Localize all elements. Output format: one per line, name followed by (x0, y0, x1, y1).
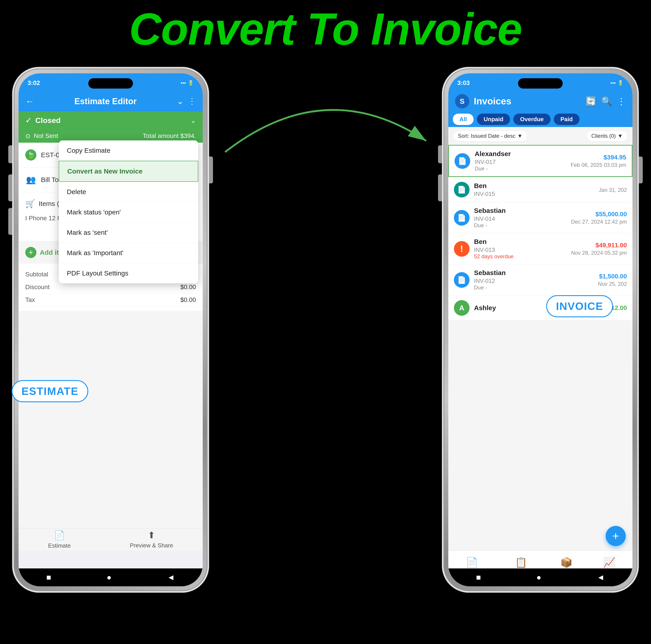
inv-number-015: INV-015 (474, 191, 594, 198)
volume-down-button-right (438, 174, 442, 201)
phone-frame-right: 3:03 ▪▪▪ 🔋 S Invoices 🔄 🔍 ⋮ All Unpaid O… (442, 67, 639, 592)
sync-button[interactable]: 🔄 (586, 96, 597, 107)
filter-unpaid[interactable]: Unpaid (477, 114, 510, 125)
bill-to-label: Bill To (41, 176, 59, 183)
menu-item-delete[interactable]: Delete (59, 182, 198, 202)
more-menu-button[interactable]: ⋮ (617, 96, 626, 107)
invoice-item-inv013[interactable]: ! Ben INV-013 52 days overdue $49,911.00… (448, 233, 632, 264)
leaf-icon: 🍃 (25, 149, 36, 160)
sort-button[interactable]: Sort: Issued Date - desc ▼ (453, 130, 528, 142)
inv-date-013: Nov 28, 2024 05.32 pm (571, 250, 627, 256)
filter-tabs: All Unpaid Overdue Paid (448, 111, 632, 127)
tax-value: $0.00 (180, 296, 196, 303)
status-icons-right: ▪▪▪ 🔋 (611, 80, 623, 86)
invoice-item-inv015[interactable]: 📄 Ben INV-015 Jan 31, 202 (448, 177, 632, 202)
preview-share-label: Preview & Share (130, 542, 173, 549)
discount-label: Discount (25, 284, 50, 291)
inv-number-014: INV-014 (474, 215, 566, 222)
inv-amount-017: $394.95 (571, 154, 626, 161)
inv-avatar-ben013: ! (454, 241, 469, 257)
inv-info-ben013: Ben INV-013 52 days overdue (474, 238, 566, 260)
invoice-item-inv012[interactable]: 📄 Sebastian INV-012 Due - $1,500.00 Nov … (448, 265, 632, 295)
status-icons-left: ▪▪▪ 🔋 (181, 80, 194, 86)
ellipsis-icon[interactable]: ⋮ (188, 96, 196, 106)
preview-share-btn[interactable]: ⬆ Preview & Share (130, 530, 173, 549)
inv-avatar-ashley: A (454, 300, 469, 316)
invoice-item-inv014[interactable]: 📄 Sebastian INV-014 Due - $55,000.00 Dec… (448, 202, 632, 233)
inv-name-sebastian012: Sebastian (474, 269, 594, 276)
discount-value: $0.00 (180, 284, 196, 291)
menu-item-mark-sent[interactable]: Mark as 'sent' (59, 223, 198, 243)
inv-date-014: Dec 27, 2024 12.42 pm (571, 219, 627, 225)
status-chevron-icon: ⌄ (190, 117, 196, 124)
filter-overdue[interactable]: Overdue (513, 114, 551, 125)
more-tab-icon: 📦 (560, 557, 572, 568)
invoice-label: INVOICE (546, 295, 613, 317)
inv-info-sebastian012: Sebastian INV-012 Due - (474, 269, 594, 291)
inv-avatar-sebastian012: 📄 (454, 272, 469, 288)
menu-item-mark-important[interactable]: Mark as 'Important' (59, 243, 198, 263)
context-menu[interactable]: Copy Estimate Convert as New Invoice Del… (59, 140, 198, 283)
circle-nav-icon[interactable]: ● (106, 573, 112, 582)
inv-status-017: Due - (475, 166, 566, 172)
tax-label: Tax (25, 296, 35, 303)
share-icon: ⬆ (148, 530, 155, 540)
check-icon: ✓ (25, 116, 32, 125)
square-nav-icon-right[interactable]: ■ (476, 573, 481, 582)
menu-item-copy-estimate[interactable]: Copy Estimate (59, 140, 198, 161)
square-nav-icon[interactable]: ■ (46, 573, 51, 582)
inv-number-012: INV-012 (474, 277, 594, 285)
time-right: 3:03 (457, 79, 470, 87)
header-title-left: Estimate Editor (39, 96, 172, 106)
clients-chevron-icon: ▼ (618, 133, 623, 139)
nav-bar-left: ■ ● ◄ (19, 568, 203, 586)
time-left: 3:02 (28, 79, 40, 87)
back-button[interactable]: ← (25, 96, 34, 107)
dynamic-island-left (88, 78, 133, 89)
invoices-header: S Invoices 🔄 🔍 ⋮ (448, 91, 632, 111)
back-nav-icon-right[interactable]: ◄ (597, 573, 605, 582)
document-icon-014: 📄 (457, 213, 466, 222)
total-amount-text: Total amount $394. (143, 133, 196, 140)
inv-amount-013: $49,911.00 (571, 242, 627, 249)
document-icon-015: 📄 (457, 185, 466, 194)
closed-status-bar: ✓ Closed ⌄ (19, 111, 203, 129)
back-nav-icon[interactable]: ◄ (167, 573, 175, 582)
inv-date-012: Nov 25, 202 (598, 281, 627, 287)
clients-filter-button[interactable]: Clients (0) ▼ (586, 130, 628, 142)
inv-info-alexandser: Alexandser INV-017 Due - (475, 150, 566, 172)
fab-add-button[interactable]: + (606, 526, 626, 546)
not-sent-text: Not Sent (34, 133, 58, 140)
battery-icon-right: 🔋 (618, 80, 623, 86)
invoices-title: Invoices (474, 96, 581, 107)
fab-plus-icon: + (612, 529, 619, 543)
estimates-tab-icon: 📋 (515, 557, 527, 568)
reports-tab-icon: 📈 (603, 557, 616, 568)
volume-up-button (8, 145, 12, 163)
invoice-list: 📄 Alexandser INV-017 Due - $394.95 Feb 0… (448, 145, 632, 551)
add-circle-icon: + (25, 247, 36, 258)
invoice-item-inv017[interactable]: 📄 Alexandser INV-017 Due - $394.95 Feb 0… (448, 145, 632, 177)
search-button[interactable]: 🔍 (601, 96, 612, 107)
chevron-down-icon[interactable]: ⌄ (177, 96, 184, 106)
menu-item-convert-invoice[interactable]: Convert as New Invoice (59, 161, 198, 182)
sort-chevron-icon: ▼ (517, 133, 523, 139)
menu-item-pdf-settings[interactable]: PDF Layout Settings (59, 263, 198, 283)
sort-bar: Sort: Issued Date - desc ▼ Clients (0) ▼ (448, 127, 632, 145)
inv-name-ben015: Ben (474, 182, 594, 189)
nav-bar-right: ■ ● ◄ (448, 568, 632, 586)
estimate-tab-label: Estimate (48, 542, 71, 549)
menu-item-mark-open[interactable]: Mark status 'open' (59, 202, 198, 223)
estimate-tab-btn[interactable]: 📄 Estimate (48, 530, 71, 549)
tax-row: Tax $0.00 (25, 294, 196, 306)
circle-nav-icon-right[interactable]: ● (536, 573, 541, 582)
filter-paid[interactable]: Paid (554, 114, 580, 125)
signal-icon-right: ▪▪▪ (611, 80, 616, 86)
inv-date-015: Jan 31, 202 (599, 187, 627, 193)
inv-info-ben015: Ben INV-015 (474, 182, 594, 198)
subtotal-label: Subtotal (25, 271, 48, 278)
clients-label: Clients (0) (591, 133, 616, 139)
app-header-left: ← Estimate Editor ⌄ ⋮ (19, 91, 203, 111)
inv-status-014: Due - (474, 222, 566, 229)
inv-status-013: 52 days overdue (474, 253, 566, 260)
